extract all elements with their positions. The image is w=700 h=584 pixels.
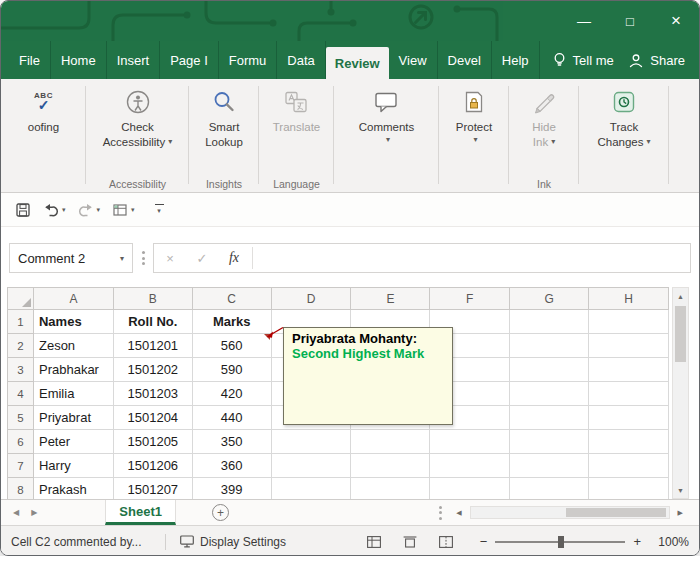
name-box-caret-icon[interactable]: ▾ bbox=[112, 244, 132, 272]
horizontal-scrollbar-thumb[interactable] bbox=[566, 508, 666, 517]
cell-b4[interactable]: 1501203 bbox=[114, 382, 193, 406]
undo-button[interactable]: ▾ bbox=[43, 201, 66, 218]
maximize-button[interactable]: □ bbox=[607, 1, 653, 41]
sheet-nav-right-icon[interactable]: ▶ bbox=[31, 508, 37, 517]
cell-a7[interactable]: Harry bbox=[34, 454, 114, 478]
cell[interactable] bbox=[351, 454, 430, 478]
cell-b5[interactable]: 1501204 bbox=[114, 406, 193, 430]
cell[interactable] bbox=[430, 454, 510, 478]
cell[interactable] bbox=[510, 334, 589, 358]
titlebar[interactable]: — □ × bbox=[1, 1, 699, 41]
cell-b8[interactable]: 1501207 bbox=[114, 478, 193, 499]
cell-c3[interactable]: 590 bbox=[193, 358, 272, 382]
cell-b7[interactable]: 1501206 bbox=[114, 454, 193, 478]
cell-a8[interactable]: Prakash bbox=[34, 478, 114, 499]
sheet-tab-sheet1[interactable]: Sheet1 bbox=[105, 500, 176, 525]
cell[interactable] bbox=[510, 430, 589, 454]
cell-a6[interactable]: Peter bbox=[34, 430, 114, 454]
column-header-b[interactable]: B bbox=[114, 288, 193, 310]
zoom-out-button[interactable]: − bbox=[480, 534, 488, 549]
cell[interactable] bbox=[272, 478, 352, 499]
cell-a1[interactable]: Names bbox=[34, 310, 114, 334]
column-header-a[interactable]: A bbox=[34, 288, 114, 310]
save-button[interactable] bbox=[15, 202, 31, 218]
cell-b6[interactable]: 1501205 bbox=[114, 430, 193, 454]
display-settings-button[interactable]: Display Settings bbox=[180, 535, 286, 549]
cell[interactable] bbox=[589, 358, 669, 382]
cell[interactable] bbox=[589, 382, 669, 406]
column-header-d[interactable]: D bbox=[272, 288, 352, 310]
comments-button[interactable]: Comments ▾ bbox=[359, 79, 415, 175]
redo-button[interactable]: ▾ bbox=[78, 201, 101, 218]
row-header[interactable]: 4 bbox=[8, 382, 34, 406]
row-header[interactable]: 1 bbox=[8, 310, 34, 334]
cell-a5[interactable]: Priyabrat bbox=[34, 406, 114, 430]
cell-a4[interactable]: Emilia bbox=[34, 382, 114, 406]
cell[interactable] bbox=[589, 334, 669, 358]
cell[interactable] bbox=[510, 358, 589, 382]
cell-c7[interactable]: 360 bbox=[193, 454, 272, 478]
tab-split-handle[interactable] bbox=[431, 506, 450, 520]
minimize-button[interactable]: — bbox=[561, 1, 607, 41]
select-all-corner[interactable] bbox=[8, 288, 34, 310]
cell[interactable] bbox=[430, 430, 510, 454]
cell[interactable] bbox=[510, 382, 589, 406]
ribbon-tab-home[interactable]: Home bbox=[51, 41, 107, 79]
cancel-icon[interactable]: × bbox=[154, 251, 186, 266]
row-header[interactable]: 6 bbox=[8, 430, 34, 454]
column-header-c[interactable]: C bbox=[193, 288, 272, 310]
column-header-f[interactable]: F bbox=[430, 288, 510, 310]
share-button[interactable]: Share bbox=[628, 41, 685, 79]
formula-input[interactable] bbox=[255, 244, 690, 272]
sheet-nav-left-icon[interactable]: ◀ bbox=[13, 508, 19, 517]
new-sheet-button[interactable]: + bbox=[212, 504, 229, 521]
ribbon-tab-help[interactable]: Help bbox=[492, 41, 540, 79]
horizontal-scrollbar[interactable] bbox=[470, 506, 670, 519]
cell[interactable] bbox=[272, 454, 352, 478]
cell[interactable] bbox=[589, 430, 669, 454]
cell[interactable] bbox=[589, 454, 669, 478]
customize-qat-button[interactable]: ▾ bbox=[155, 204, 164, 216]
spelling-button[interactable]: ABC ✓ oofing bbox=[28, 79, 59, 175]
page-break-view-button[interactable] bbox=[428, 532, 464, 552]
cell-a3[interactable]: Prabhakar bbox=[34, 358, 114, 382]
insert-function-button[interactable]: fx bbox=[218, 250, 250, 266]
cell[interactable] bbox=[589, 406, 669, 430]
cell-a2[interactable]: Zeson bbox=[34, 334, 114, 358]
ribbon-tab-developer[interactable]: Devel bbox=[438, 41, 492, 79]
zoom-level[interactable]: 100% bbox=[647, 535, 689, 549]
cell[interactable] bbox=[351, 478, 430, 499]
ribbon-tab-review[interactable]: Review bbox=[326, 47, 389, 79]
cell-c5[interactable]: 440 bbox=[193, 406, 272, 430]
cell[interactable] bbox=[510, 310, 589, 334]
cell-c2[interactable]: 560 bbox=[193, 334, 272, 358]
check-accessibility-button[interactable]: Check Accessibility▾ bbox=[103, 79, 173, 175]
vertical-scrollbar-thumb[interactable] bbox=[675, 306, 686, 362]
ribbon-tab-insert[interactable]: Insert bbox=[107, 41, 161, 79]
cell[interactable] bbox=[510, 454, 589, 478]
cell[interactable] bbox=[510, 478, 589, 499]
row-header[interactable]: 3 bbox=[8, 358, 34, 382]
row-header[interactable]: 7 bbox=[8, 454, 34, 478]
name-box[interactable]: Comment 2 ▾ bbox=[9, 243, 133, 273]
dropdown-caret-icon[interactable]: ▾ bbox=[62, 206, 66, 214]
cell[interactable] bbox=[430, 478, 510, 499]
normal-view-button[interactable] bbox=[356, 532, 392, 552]
page-layout-view-button[interactable] bbox=[392, 532, 428, 552]
dropdown-caret-icon[interactable]: ▾ bbox=[97, 206, 101, 214]
cell[interactable] bbox=[589, 310, 669, 334]
cell-b2[interactable]: 1501201 bbox=[114, 334, 193, 358]
column-header-e[interactable]: E bbox=[351, 288, 430, 310]
qat-table-button[interactable]: ▾ bbox=[112, 202, 135, 218]
row-header[interactable]: 5 bbox=[8, 406, 34, 430]
scroll-right-button[interactable]: ▶ bbox=[672, 509, 689, 517]
cell-c4[interactable]: 420 bbox=[193, 382, 272, 406]
cell-c8[interactable]: 399 bbox=[193, 478, 272, 499]
scroll-down-button[interactable]: ▼ bbox=[673, 482, 688, 498]
track-changes-button[interactable]: Track Changes▾ bbox=[597, 79, 650, 175]
column-header-g[interactable]: G bbox=[510, 288, 589, 310]
cell-b3[interactable]: 1501202 bbox=[114, 358, 193, 382]
zoom-slider[interactable] bbox=[495, 541, 625, 543]
zoom-slider-thumb[interactable] bbox=[558, 536, 564, 548]
ribbon-tab-page-layout[interactable]: Page I bbox=[160, 41, 219, 79]
